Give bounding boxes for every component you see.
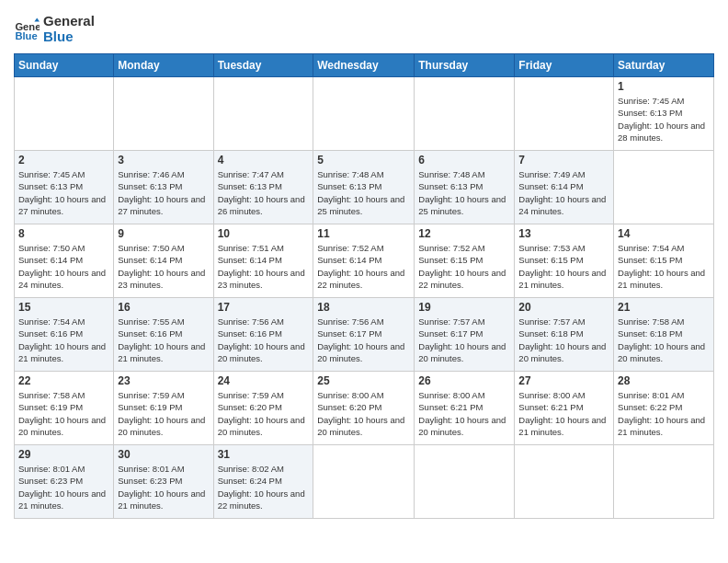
- day-of-week-header: Friday: [515, 54, 614, 77]
- day-number: 31: [218, 448, 310, 461]
- day-number: 13: [518, 227, 609, 240]
- day-info: Sunrise: 7:58 AMSunset: 6:19 PMDaylight:…: [18, 389, 109, 438]
- day-of-week-header: Tuesday: [213, 54, 313, 77]
- day-number: 30: [118, 448, 209, 461]
- calendar-cell: 15Sunrise: 7:54 AMSunset: 6:16 PMDayligh…: [15, 298, 114, 372]
- calendar-cell: 21Sunrise: 7:58 AMSunset: 6:18 PMDayligh…: [614, 298, 714, 372]
- day-number: 16: [118, 301, 209, 314]
- calendar-cell: 16Sunrise: 7:55 AMSunset: 6:16 PMDayligh…: [114, 298, 213, 372]
- calendar-cell: [614, 445, 714, 519]
- day-of-week-header: Thursday: [415, 54, 515, 77]
- day-number: 26: [418, 374, 510, 387]
- day-number: 28: [618, 374, 710, 387]
- calendar-cell: 20Sunrise: 7:57 AMSunset: 6:18 PMDayligh…: [515, 298, 614, 372]
- calendar-week-row: 1Sunrise: 7:45 AMSunset: 6:13 PMDaylight…: [15, 77, 714, 151]
- calendar-cell: 29Sunrise: 8:01 AMSunset: 6:23 PMDayligh…: [15, 445, 114, 519]
- calendar-cell: 27Sunrise: 8:00 AMSunset: 6:21 PMDayligh…: [515, 372, 614, 445]
- calendar-cell: 18Sunrise: 7:56 AMSunset: 6:17 PMDayligh…: [313, 298, 415, 372]
- calendar-cell: 28Sunrise: 8:01 AMSunset: 6:22 PMDayligh…: [614, 372, 714, 445]
- calendar-cell: [614, 151, 714, 224]
- calendar-cell: 17Sunrise: 7:56 AMSunset: 6:16 PMDayligh…: [213, 298, 313, 372]
- day-info: Sunrise: 7:56 AMSunset: 6:17 PMDaylight:…: [317, 316, 410, 364]
- day-info: Sunrise: 7:58 AMSunset: 6:18 PMDaylight:…: [618, 316, 710, 364]
- calendar-cell: 22Sunrise: 7:58 AMSunset: 6:19 PMDayligh…: [15, 372, 114, 445]
- calendar-cell: 23Sunrise: 7:59 AMSunset: 6:19 PMDayligh…: [114, 372, 213, 445]
- calendar-cell: 7Sunrise: 7:49 AMSunset: 6:14 PMDaylight…: [515, 151, 614, 224]
- day-number: 1: [618, 80, 710, 93]
- day-number: 21: [618, 301, 710, 314]
- day-info: Sunrise: 7:59 AMSunset: 6:19 PMDaylight:…: [118, 389, 209, 438]
- svg-marker-2: [34, 17, 40, 21]
- day-info: Sunrise: 7:54 AMSunset: 6:16 PMDaylight:…: [18, 316, 109, 364]
- calendar-week-row: 22Sunrise: 7:58 AMSunset: 6:19 PMDayligh…: [15, 372, 714, 445]
- day-info: Sunrise: 7:51 AMSunset: 6:14 PMDaylight:…: [218, 242, 310, 291]
- calendar-cell: 31Sunrise: 8:02 AMSunset: 6:24 PMDayligh…: [213, 445, 313, 519]
- day-info: Sunrise: 7:48 AMSunset: 6:13 PMDaylight:…: [418, 168, 510, 217]
- calendar-cell: [313, 77, 415, 151]
- day-info: Sunrise: 7:52 AMSunset: 6:14 PMDaylight:…: [317, 242, 410, 291]
- day-number: 3: [118, 154, 209, 167]
- calendar-cell: [515, 77, 614, 151]
- calendar-cell: 10Sunrise: 7:51 AMSunset: 6:14 PMDayligh…: [213, 224, 313, 298]
- day-number: 19: [418, 301, 510, 314]
- calendar-cell: 4Sunrise: 7:47 AMSunset: 6:13 PMDaylight…: [213, 151, 313, 224]
- day-number: 20: [518, 301, 609, 314]
- calendar-cell: [213, 77, 313, 151]
- calendar-cell: 30Sunrise: 8:01 AMSunset: 6:23 PMDayligh…: [114, 445, 213, 519]
- day-number: 14: [618, 227, 710, 240]
- calendar-cell: 2Sunrise: 7:45 AMSunset: 6:13 PMDaylight…: [15, 151, 114, 224]
- day-info: Sunrise: 8:02 AMSunset: 6:24 PMDaylight:…: [218, 463, 310, 511]
- calendar-cell: 6Sunrise: 7:48 AMSunset: 6:13 PMDaylight…: [415, 151, 515, 224]
- day-info: Sunrise: 8:00 AMSunset: 6:20 PMDaylight:…: [317, 389, 410, 438]
- logo-blue: Blue: [43, 29, 95, 45]
- calendar-cell: [515, 445, 614, 519]
- day-number: 23: [118, 374, 209, 387]
- calendar-cell: 14Sunrise: 7:54 AMSunset: 6:15 PMDayligh…: [614, 224, 714, 298]
- calendar-cell: 25Sunrise: 8:00 AMSunset: 6:20 PMDayligh…: [313, 372, 415, 445]
- calendar-cell: 1Sunrise: 7:45 AMSunset: 6:13 PMDaylight…: [614, 77, 714, 151]
- day-info: Sunrise: 8:00 AMSunset: 6:21 PMDaylight:…: [418, 389, 510, 438]
- day-info: Sunrise: 7:45 AMSunset: 6:13 PMDaylight:…: [18, 168, 109, 217]
- calendar-cell: [114, 77, 213, 151]
- day-info: Sunrise: 8:01 AMSunset: 6:22 PMDaylight:…: [618, 389, 710, 438]
- day-info: Sunrise: 7:54 AMSunset: 6:15 PMDaylight:…: [618, 242, 710, 291]
- calendar-cell: 24Sunrise: 7:59 AMSunset: 6:20 PMDayligh…: [213, 372, 313, 445]
- calendar-cell: 3Sunrise: 7:46 AMSunset: 6:13 PMDaylight…: [114, 151, 213, 224]
- day-number: 2: [18, 154, 109, 167]
- day-number: 22: [18, 374, 109, 387]
- day-number: 17: [218, 301, 310, 314]
- day-of-week-header: Wednesday: [313, 54, 415, 77]
- day-info: Sunrise: 8:01 AMSunset: 6:23 PMDaylight:…: [118, 463, 209, 511]
- day-number: 4: [218, 154, 310, 167]
- logo-icon: General Blue: [14, 17, 40, 42]
- calendar-cell: 26Sunrise: 8:00 AMSunset: 6:21 PMDayligh…: [415, 372, 515, 445]
- svg-text:Blue: Blue: [15, 30, 37, 41]
- day-number: 27: [518, 374, 609, 387]
- day-info: Sunrise: 7:53 AMSunset: 6:15 PMDaylight:…: [518, 242, 609, 291]
- calendar-cell: 5Sunrise: 7:48 AMSunset: 6:13 PMDaylight…: [313, 151, 415, 224]
- day-info: Sunrise: 7:45 AMSunset: 6:13 PMDaylight:…: [618, 95, 710, 144]
- day-info: Sunrise: 7:59 AMSunset: 6:20 PMDaylight:…: [218, 389, 310, 438]
- day-info: Sunrise: 7:55 AMSunset: 6:16 PMDaylight:…: [118, 316, 209, 364]
- day-info: Sunrise: 7:50 AMSunset: 6:14 PMDaylight:…: [18, 242, 109, 291]
- day-number: 24: [218, 374, 310, 387]
- day-info: Sunrise: 7:49 AMSunset: 6:14 PMDaylight:…: [518, 168, 609, 217]
- day-info: Sunrise: 7:57 AMSunset: 6:18 PMDaylight:…: [518, 316, 609, 364]
- day-number: 25: [317, 374, 410, 387]
- calendar-cell: 13Sunrise: 7:53 AMSunset: 6:15 PMDayligh…: [515, 224, 614, 298]
- day-number: 8: [18, 227, 109, 240]
- calendar-cell: 8Sunrise: 7:50 AMSunset: 6:14 PMDaylight…: [15, 224, 114, 298]
- calendar-cell: [313, 445, 415, 519]
- day-number: 12: [418, 227, 510, 240]
- day-number: 6: [418, 154, 510, 167]
- day-info: Sunrise: 7:48 AMSunset: 6:13 PMDaylight:…: [317, 168, 410, 217]
- day-of-week-header: Sunday: [15, 54, 114, 77]
- day-info: Sunrise: 7:46 AMSunset: 6:13 PMDaylight:…: [118, 168, 209, 217]
- day-info: Sunrise: 7:47 AMSunset: 6:13 PMDaylight:…: [218, 168, 310, 217]
- day-info: Sunrise: 7:57 AMSunset: 6:17 PMDaylight:…: [418, 316, 510, 364]
- calendar-cell: [415, 445, 515, 519]
- day-number: 29: [18, 448, 109, 461]
- calendar-cell: [15, 77, 114, 151]
- day-info: Sunrise: 7:56 AMSunset: 6:16 PMDaylight:…: [218, 316, 310, 364]
- day-number: 9: [118, 227, 209, 240]
